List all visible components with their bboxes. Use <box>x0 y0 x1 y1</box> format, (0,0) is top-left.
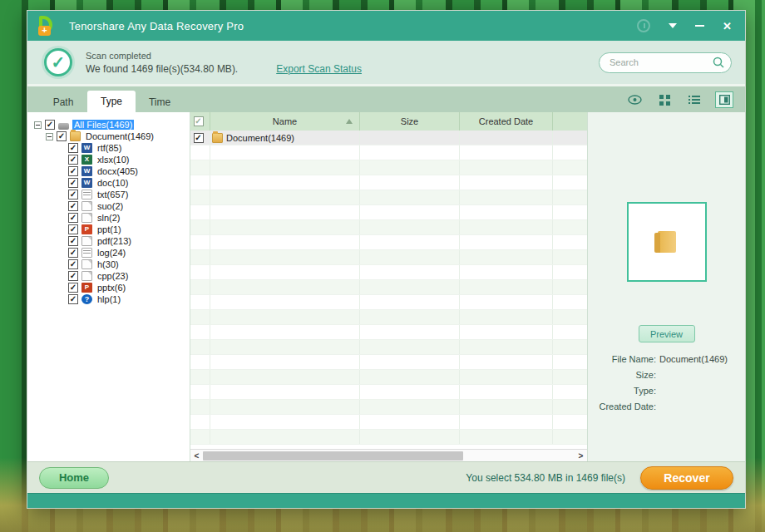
column-header-name[interactable]: Name <box>210 112 360 131</box>
home-button[interactable]: Home <box>39 467 109 489</box>
tree-item-log[interactable]: ✓log(24) <box>27 247 190 259</box>
detail-value <box>656 370 659 380</box>
pptx-icon: P <box>81 283 92 293</box>
tree-item-Document[interactable]: ✓Document(1469) <box>27 131 190 142</box>
tab-type[interactable]: Type <box>87 91 136 112</box>
tree-item-label: pdf(213) <box>96 236 133 246</box>
main-content: ✓All Files(1469)✓Document(1469)✓Wrtf(85)… <box>27 112 745 461</box>
table-row-empty <box>190 235 587 250</box>
tree-checkbox[interactable]: ✓ <box>68 178 78 188</box>
tree-item-h[interactable]: ✓h(30) <box>27 259 190 270</box>
tree-checkbox[interactable]: ✓ <box>68 283 78 293</box>
tree-item-hlp[interactable]: ✓?hlp(1) <box>27 293 190 305</box>
tree-checkbox[interactable]: ✓ <box>68 201 78 211</box>
table-row-empty <box>190 415 587 430</box>
tree-expander-icon[interactable] <box>46 133 53 140</box>
tree-checkbox[interactable]: ✓ <box>68 190 78 200</box>
close-button[interactable]: ✕ <box>723 21 732 32</box>
tree-checkbox[interactable]: ✓ <box>45 120 55 130</box>
doc-icon: W <box>81 178 92 188</box>
tree-item-xlsx[interactable]: ✓Xxlsx(10) <box>27 154 190 165</box>
table-row-empty <box>190 220 587 235</box>
tree-checkbox[interactable]: ✓ <box>68 271 78 281</box>
minimize-button[interactable] <box>695 25 704 27</box>
tree-checkbox[interactable]: ✓ <box>68 224 78 234</box>
column-header-created-date[interactable]: Created Date <box>460 112 553 131</box>
detail-label: Created Date: <box>588 401 656 411</box>
select-all-checkbox[interactable]: ✓ <box>194 116 204 126</box>
column-header-size[interactable]: Size <box>360 112 460 131</box>
tree-checkbox[interactable]: ✓ <box>68 143 78 153</box>
search-input[interactable] <box>599 52 732 73</box>
tree-item-rtf[interactable]: ✓Wrtf(85) <box>27 142 190 154</box>
horizontal-scrollbar: < > <box>190 449 587 461</box>
tree-item-sln[interactable]: ✓sln(2) <box>27 212 190 224</box>
detail-value <box>656 401 659 411</box>
tab-path[interactable]: Path <box>39 92 87 112</box>
tab-time[interactable]: Time <box>136 92 184 112</box>
scroll-right-arrow[interactable]: > <box>575 450 587 462</box>
tree-item-pdf[interactable]: ✓pdf(213) <box>27 235 190 247</box>
table-row[interactable]: ✓Document(1469) <box>190 131 587 145</box>
row-checkbox[interactable]: ✓ <box>194 133 204 143</box>
scan-complete-icon: ✓ <box>44 48 72 76</box>
folder-icon <box>212 133 223 143</box>
tree-item-label: All Files(1469) <box>72 120 134 130</box>
tree-item-All Files[interactable]: ✓All Files(1469) <box>27 119 190 131</box>
tree-checkbox[interactable]: ✓ <box>68 166 78 176</box>
tree-item-pptx[interactable]: ✓Ppptx(6) <box>27 282 190 293</box>
tree-checkbox[interactable]: ✓ <box>68 236 78 246</box>
table-row-empty <box>190 430 587 445</box>
tree-checkbox[interactable]: ✓ <box>68 259 78 269</box>
scrollbar-thumb[interactable] <box>203 451 463 461</box>
tree-expander-icon[interactable] <box>34 121 42 129</box>
window-title: Tenorshare Any Data Recovery Pro <box>69 20 244 32</box>
detail-label: Type: <box>588 386 656 396</box>
tree-checkbox[interactable]: ✓ <box>57 131 67 141</box>
recover-button[interactable]: Recover <box>640 466 733 490</box>
detail-row: Size: <box>588 370 745 380</box>
tree-item-label: log(24) <box>96 248 127 258</box>
tree-checkbox[interactable]: ✓ <box>68 294 78 304</box>
table-row-empty <box>190 205 587 220</box>
text-icon <box>81 248 92 258</box>
tree-item-doc[interactable]: ✓Wdoc(10) <box>27 177 190 189</box>
list-view-icon[interactable] <box>685 91 703 108</box>
detail-value <box>656 386 659 396</box>
detail-row: File Name:Document(1469) <box>588 354 745 364</box>
tree-item-label: Document(1469) <box>84 131 155 141</box>
tree-item-docx[interactable]: ✓Wdocx(405) <box>27 165 190 177</box>
detail-value: Document(1469) <box>656 354 728 364</box>
history-icon[interactable] <box>637 19 650 32</box>
scroll-left-arrow[interactable]: < <box>190 450 203 462</box>
preview-button[interactable]: Preview <box>639 325 695 342</box>
text-icon <box>81 190 92 200</box>
folder-icon <box>658 231 676 253</box>
tree-item-label: suo(2) <box>96 201 125 211</box>
help-icon: ? <box>81 294 92 304</box>
tree-item-txt[interactable]: ✓txt(657) <box>27 189 190 200</box>
file-details: File Name:Document(1469)Size:Type:Create… <box>588 354 745 417</box>
tree-item-suo[interactable]: ✓suo(2) <box>27 200 190 212</box>
eye-icon[interactable] <box>625 91 644 108</box>
tree-checkbox[interactable]: ✓ <box>68 213 78 223</box>
detail-label: Size: <box>588 370 656 380</box>
tree-checkbox[interactable]: ✓ <box>68 155 78 165</box>
desktop-background: + Tenorshare Any Data Recovery Pro ✕ ✓ S… <box>0 0 765 532</box>
app-window: + Tenorshare Any Data Recovery Pro ✕ ✓ S… <box>27 10 746 509</box>
detail-view-icon[interactable] <box>715 91 733 108</box>
export-scan-status-link[interactable]: Export Scan Status <box>276 63 362 75</box>
scan-status-bar: ✓ Scan completed We found 1469 file(s)(5… <box>27 41 745 84</box>
preview-thumbnail <box>627 202 707 282</box>
menu-dropdown-icon[interactable] <box>669 23 677 28</box>
grid-view-icon[interactable] <box>655 91 674 108</box>
table-row-empty <box>190 385 587 400</box>
tree-item-ppt[interactable]: ✓Pppt(1) <box>27 224 190 235</box>
tree-item-cpp[interactable]: ✓cpp(23) <box>27 270 190 282</box>
scan-result-text: We found 1469 file(s)(534.80 MB). <box>86 63 238 75</box>
table-row-empty <box>190 265 587 280</box>
table-row-empty <box>190 190 587 205</box>
row-name: Document(1469) <box>226 133 294 143</box>
tree-item-label: txt(657) <box>96 190 130 200</box>
tree-checkbox[interactable]: ✓ <box>68 248 78 258</box>
